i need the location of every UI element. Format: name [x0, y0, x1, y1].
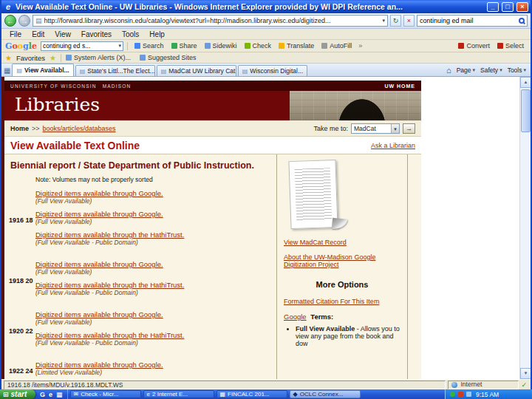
browser-tab[interactable]: ▤ View Availabl...: [12, 64, 73, 76]
alert-tray-icon[interactable]: [458, 392, 463, 397]
menu-item[interactable]: Favorites: [76, 30, 117, 38]
address-dropdown-icon[interactable]: ▾: [382, 18, 385, 24]
google-search-box[interactable]: ▾: [41, 41, 123, 51]
digitized-item-entry: Digitized items available through the Ha…: [35, 281, 275, 296]
page-title: View Available Text Online: [10, 140, 140, 151]
libraries-wordmark: Libraries: [4, 94, 100, 115]
refresh-button[interactable]: ↻: [390, 15, 401, 27]
digitized-item-link[interactable]: Digitized items available through the Ha…: [35, 231, 184, 239]
address-bar[interactable]: ▤ ▾: [33, 15, 388, 27]
google-toolbar-button[interactable]: Sidewiki: [202, 41, 240, 52]
maximize-button[interactable]: □: [502, 2, 514, 12]
back-button[interactable]: ←: [4, 15, 16, 27]
scrollbar-thumb[interactable]: [521, 89, 531, 132]
safety-menu-button[interactable]: Safety▾: [480, 66, 502, 74]
google-toolbar-button[interactable]: Search: [132, 41, 167, 52]
toolbar-overflow-icon[interactable]: »: [358, 42, 362, 50]
availability-note: (Full View Available): [35, 318, 275, 326]
search-icon[interactable]: [519, 18, 525, 24]
google-toolbar-button[interactable]: AutoFill: [318, 41, 355, 52]
network-tray-icon[interactable]: [466, 392, 471, 397]
scroll-up-button[interactable]: ▲: [520, 77, 531, 88]
digitized-item-entry: Digitized items available through Google…: [35, 310, 275, 326]
ask-a-librarian-link[interactable]: Ask a Librarian: [371, 142, 415, 149]
digitized-item-link[interactable]: Digitized items available through Google…: [35, 310, 163, 318]
volume-group: 1916 18 Digitized items available throug…: [9, 189, 275, 251]
quick-tabs-icon[interactable]: ▦: [4, 66, 10, 75]
formatted-citation-link[interactable]: Formatted Citation For This Item: [284, 298, 395, 305]
google-search-input[interactable]: [43, 42, 117, 50]
availability-note: (Full View Available): [35, 268, 275, 276]
google-toolbar-button[interactable]: Check: [242, 41, 275, 52]
scroll-down-button[interactable]: ▼: [520, 368, 531, 379]
window-titlebar: e View Available Text Online - UW Librar…: [1, 0, 531, 13]
menu-item[interactable]: View: [50, 30, 76, 38]
document-thumbnail[interactable]: [288, 160, 338, 229]
windows-flag-icon: ⊞: [3, 391, 9, 398]
google-terms-link[interactable]: Google: [284, 313, 307, 321]
page-viewport: UNIVERSITY OF WISCONSIN MADISON UW HOME …: [1, 77, 531, 379]
close-button[interactable]: ×: [516, 2, 528, 12]
tab-page-icon: ▤: [242, 68, 248, 75]
favorites-bar-item[interactable]: Suggested Sites: [140, 54, 197, 61]
banner-main: Libraries: [4, 91, 421, 120]
take-me-to-select[interactable]: MadCat ▾: [351, 123, 400, 134]
toolbar-button-icon: [458, 43, 464, 49]
stop-button[interactable]: ×: [403, 15, 415, 27]
quick-launch-icon[interactable]: e: [49, 391, 52, 398]
digitized-item-link[interactable]: Digitized items available through the Ha…: [35, 331, 184, 339]
page-menu-button[interactable]: Page▾: [457, 66, 475, 74]
address-input[interactable]: [44, 17, 381, 24]
navigation-bar: ← → ▤ ▾ ↻ ×: [1, 13, 531, 29]
select-arrow-icon[interactable]: ▾: [391, 124, 399, 133]
google-search-dropdown-icon[interactable]: ▾: [118, 43, 121, 49]
about-digitization-link[interactable]: About the UW-Madison Google Digitization…: [284, 253, 395, 268]
minimize-button[interactable]: _: [487, 2, 499, 12]
browser-tab[interactable]: ▤ MadCat UW Library Cat...: [157, 65, 236, 76]
google-toolbar-button[interactable]: Share: [168, 41, 200, 52]
search-box[interactable]: [417, 15, 528, 27]
digitized-item-link[interactable]: Digitized items available through Google…: [35, 189, 163, 197]
start-button[interactable]: ⊞ start: [0, 389, 35, 399]
quick-launch-icon[interactable]: ▦: [56, 391, 63, 398]
favorites-bar-item[interactable]: System Alerts (X)...: [66, 54, 131, 61]
antivirus-tray-icon[interactable]: [450, 392, 455, 397]
browser-tab[interactable]: ▤ Wisconsin Digital...: [238, 65, 307, 76]
favorites-star-icon[interactable]: ★: [5, 54, 12, 62]
toolbar-right-button[interactable]: Convert: [455, 41, 493, 52]
browser-tab[interactable]: ▤ State's Littl...The Elect...: [75, 65, 155, 76]
vertical-scrollbar[interactable]: ▲ ▼: [519, 77, 531, 379]
search-input[interactable]: [420, 17, 516, 24]
google-toolbar-button[interactable]: Translate: [276, 41, 317, 52]
favorites-button[interactable]: Favorites: [16, 54, 45, 62]
digitized-item-link[interactable]: Digitized items available through the Ha…: [35, 281, 184, 289]
toolbar-right-button[interactable]: Select: [494, 41, 527, 52]
menu-item[interactable]: File: [4, 30, 27, 38]
terms-label: Terms:: [310, 313, 333, 321]
volume-entries: Digitized items available through Google…: [35, 361, 275, 379]
ie-icon: e: [4, 2, 13, 11]
uw-home-link[interactable]: UW HOME: [384, 83, 415, 89]
breadcrumb-home-link[interactable]: Home: [10, 125, 29, 132]
quick-launch-icon[interactable]: G: [40, 391, 45, 398]
menu-item[interactable]: Tools: [117, 30, 144, 38]
digitized-item-link[interactable]: Digitized items available through Google…: [35, 361, 163, 369]
taskbar-window-button[interactable]: ◆ OCLC Connex...: [290, 390, 361, 398]
digitized-item-link[interactable]: Digitized items available through Google…: [35, 210, 163, 218]
view-madcat-record-link[interactable]: View MadCat Record: [284, 239, 395, 246]
taskbar-window-button[interactable]: ▦ FINCALC 201...: [216, 390, 287, 398]
breadcrumb-path-link[interactable]: books/articles/databases: [43, 125, 116, 132]
tools-menu-button[interactable]: Tools▾: [508, 66, 526, 74]
forward-button[interactable]: →: [18, 15, 30, 27]
taskbar-window-button[interactable]: e 2 Internet E...: [143, 390, 214, 398]
arch-photo: [290, 91, 421, 120]
tab-page-icon: ▤: [161, 68, 167, 75]
digitized-item-link[interactable]: Digitized items available through Google…: [35, 260, 163, 268]
go-button[interactable]: →: [403, 123, 415, 134]
menu-item[interactable]: Help: [144, 30, 170, 38]
menu-item[interactable]: Edit: [27, 30, 50, 38]
home-button[interactable]: ⌂: [446, 66, 451, 75]
uw-libraries-banner: UNIVERSITY OF WISCONSIN MADISON UW HOME …: [4, 81, 421, 120]
taskbar-window-button[interactable]: ✉ Check - Micr...: [70, 390, 141, 398]
add-favorite-icon[interactable]: ★: [50, 54, 56, 62]
